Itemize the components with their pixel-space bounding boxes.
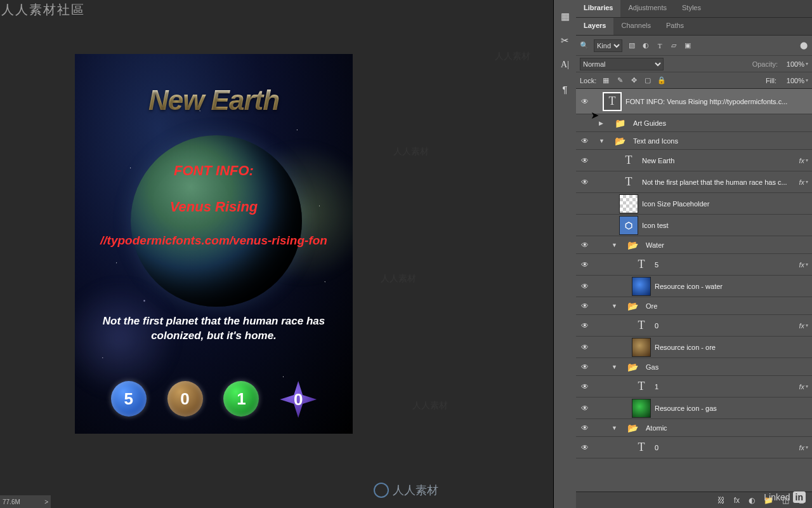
linkedin-logo: Linkedin bbox=[764, 491, 806, 503]
filter-type-icon[interactable]: T bbox=[655, 42, 664, 50]
visibility-toggle[interactable]: 👁 bbox=[576, 199, 594, 208]
layer-resource-ore[interactable]: 👁 Resource icon - ore bbox=[576, 337, 812, 358]
disclosure-icon[interactable]: ▼ bbox=[612, 303, 619, 309]
lock-artboard-icon[interactable]: ▢ bbox=[643, 76, 652, 84]
layers-list[interactable]: 👁 T FONT INFO: Venus Rising http://typod… bbox=[576, 89, 812, 470]
disclosure-icon[interactable]: ▼ bbox=[599, 138, 606, 144]
layer-icon-size-placeholder[interactable]: 👁 Icon Size Placeholder bbox=[576, 193, 812, 215]
fill-input[interactable] bbox=[782, 77, 804, 84]
visibility-toggle[interactable]: 👁 bbox=[576, 321, 594, 330]
visibility-toggle[interactable]: 👁 bbox=[576, 302, 594, 311]
fx-badge[interactable]: fx bbox=[799, 383, 804, 391]
layer-water-5[interactable]: 👁 T 5 fx▾ bbox=[576, 254, 812, 276]
filter-adjustment-icon[interactable]: ◐ bbox=[641, 41, 650, 50]
layer-resource-gas[interactable]: 👁 Resource icon - gas bbox=[576, 398, 812, 419]
watermark-faint: 人人素材 bbox=[412, 400, 448, 411]
lock-image-icon[interactable]: ✎ bbox=[615, 76, 624, 84]
text-layer-thumb: T bbox=[619, 173, 638, 192]
layer-font-info[interactable]: 👁 T FONT INFO: Venus Rising http://typod… bbox=[576, 89, 812, 114]
visibility-toggle[interactable]: 👁 bbox=[576, 424, 594, 432]
disclosure-icon[interactable]: ▶ bbox=[599, 120, 606, 126]
layer-gas-1[interactable]: 👁 T 1 fx▾ bbox=[576, 376, 812, 398]
visibility-toggle[interactable]: 👁 bbox=[576, 221, 594, 230]
layer-style-icon[interactable]: fx bbox=[734, 496, 740, 505]
paragraph-icon[interactable]: ¶ bbox=[559, 83, 572, 95]
layer-resource-water[interactable]: 👁 Resource icon - water bbox=[576, 276, 812, 297]
status-arrow: > bbox=[44, 498, 48, 505]
visibility-toggle[interactable]: 👁 bbox=[576, 97, 594, 106]
fill-label: Fill: bbox=[766, 77, 776, 84]
blend-mode-select[interactable]: Normal bbox=[580, 58, 664, 70]
character-icon[interactable]: A| bbox=[559, 58, 572, 71]
visibility-toggle[interactable]: 👁 bbox=[576, 343, 594, 352]
layer-atomic-0[interactable]: 👁 T 0 fx▾ bbox=[576, 437, 812, 458]
disclosure-icon[interactable]: ▼ bbox=[612, 242, 619, 248]
tab-channels[interactable]: Channels bbox=[613, 18, 658, 35]
status-bar: 77.6M > bbox=[0, 495, 51, 508]
opacity-input[interactable] bbox=[782, 60, 804, 68]
folder-open-icon: 📂 bbox=[610, 131, 629, 150]
link-layers-icon[interactable]: ⛓ bbox=[717, 496, 725, 505]
visibility-toggle[interactable]: 👁 bbox=[576, 282, 594, 291]
font-info-text: FONT INFO: Venus Rising //typodermicfont… bbox=[75, 152, 353, 257]
text-layer-thumb: T bbox=[619, 151, 638, 170]
lock-all-icon[interactable]: 🔒 bbox=[657, 76, 666, 84]
layer-icon-test[interactable]: 👁 ⬡ Icon test bbox=[576, 215, 812, 236]
tab-paths[interactable]: Paths bbox=[658, 18, 691, 35]
tab-libraries[interactable]: Libraries bbox=[576, 0, 620, 17]
visibility-toggle[interactable]: 👁 bbox=[576, 178, 594, 187]
visibility-toggle[interactable]: 👁 bbox=[576, 443, 594, 452]
filter-kind-select[interactable]: Kind bbox=[594, 39, 622, 52]
swatches-icon[interactable]: ▦ bbox=[559, 10, 572, 23]
layer-text-and-icons[interactable]: 👁 ▼ 📂 Text and Icons bbox=[576, 132, 812, 150]
folder-open-icon: 📂 bbox=[623, 297, 642, 316]
layer-mask-icon[interactable]: ◐ bbox=[749, 496, 755, 505]
layer-water-group[interactable]: 👁 ▼ 📂 Water bbox=[576, 236, 812, 254]
visibility-toggle[interactable]: 👁 bbox=[576, 119, 594, 128]
resource-icons-row: 5 0 1 0 bbox=[75, 381, 353, 418]
disclosure-icon[interactable]: ▼ bbox=[612, 364, 619, 370]
resource-gas: 1 bbox=[223, 381, 259, 417]
lock-transparency-icon[interactable]: ▦ bbox=[601, 76, 610, 84]
resource-ore: 0 bbox=[167, 381, 203, 417]
text-layer-thumb: T bbox=[632, 255, 651, 274]
layer-ore-0[interactable]: 👁 T 0 fx▾ bbox=[576, 315, 812, 337]
fx-badge[interactable]: fx bbox=[799, 444, 804, 451]
layer-gas-group[interactable]: 👁 ▼ 📂 Gas bbox=[576, 358, 812, 376]
chevron-down-icon[interactable]: ▾ bbox=[806, 61, 808, 67]
folder-open-icon: 📂 bbox=[623, 236, 642, 255]
visibility-toggle[interactable]: 👁 bbox=[576, 382, 594, 391]
fx-badge[interactable]: fx bbox=[799, 178, 804, 186]
layer-art-guides[interactable]: 👁 ▶ 📁 Art Guides bbox=[576, 114, 812, 132]
folder-open-icon: 📂 bbox=[623, 418, 642, 438]
watermark-faint: 人人素材 bbox=[495, 51, 530, 62]
glyphs-icon[interactable]: ✂ bbox=[559, 34, 572, 47]
layer-atomic-group[interactable]: 👁 ▼ 📂 Atomic bbox=[576, 419, 812, 437]
visibility-toggle[interactable]: 👁 bbox=[576, 241, 594, 250]
layer-new-earth[interactable]: 👁 T New Earth fx▾ bbox=[576, 150, 812, 171]
layer-ore-group[interactable]: 👁 ▼ 📂 Ore bbox=[576, 297, 812, 315]
tab-styles[interactable]: Styles bbox=[674, 0, 709, 17]
visibility-toggle[interactable]: 👁 bbox=[576, 156, 594, 165]
tab-adjustments[interactable]: Adjustments bbox=[620, 0, 674, 17]
filter-pixel-icon[interactable]: ▧ bbox=[627, 41, 636, 50]
watermark-faint: 人人素材 bbox=[381, 273, 416, 284]
disclosure-icon[interactable]: ▼ bbox=[612, 425, 619, 431]
smart-object-thumb: ⬡ bbox=[619, 216, 638, 235]
layer-not-first-planet[interactable]: 👁 T Not the first planet that the human … bbox=[576, 171, 812, 193]
fx-badge[interactable]: fx bbox=[799, 157, 804, 164]
filter-shape-icon[interactable]: ▱ bbox=[669, 41, 678, 50]
fx-badge[interactable]: fx bbox=[799, 322, 804, 330]
chevron-down-icon[interactable]: ▾ bbox=[806, 77, 808, 83]
visibility-toggle[interactable]: 👁 bbox=[576, 363, 594, 371]
fx-badge[interactable]: fx bbox=[799, 261, 804, 269]
panel-tabs-top: Libraries Adjustments Styles bbox=[576, 0, 812, 18]
lock-position-icon[interactable]: ✥ bbox=[629, 76, 638, 84]
visibility-toggle[interactable]: 👁 bbox=[576, 137, 594, 145]
tab-layers[interactable]: Layers bbox=[576, 18, 613, 35]
filter-smart-icon[interactable]: ▣ bbox=[683, 41, 692, 50]
filter-toggle-icon[interactable]: ⬤ bbox=[799, 41, 808, 50]
visibility-toggle[interactable]: 👁 bbox=[576, 260, 594, 269]
visibility-toggle[interactable]: 👁 bbox=[576, 404, 594, 413]
canvas-area[interactable]: New Earth FONT INFO: Venus Rising //typo… bbox=[0, 0, 553, 508]
